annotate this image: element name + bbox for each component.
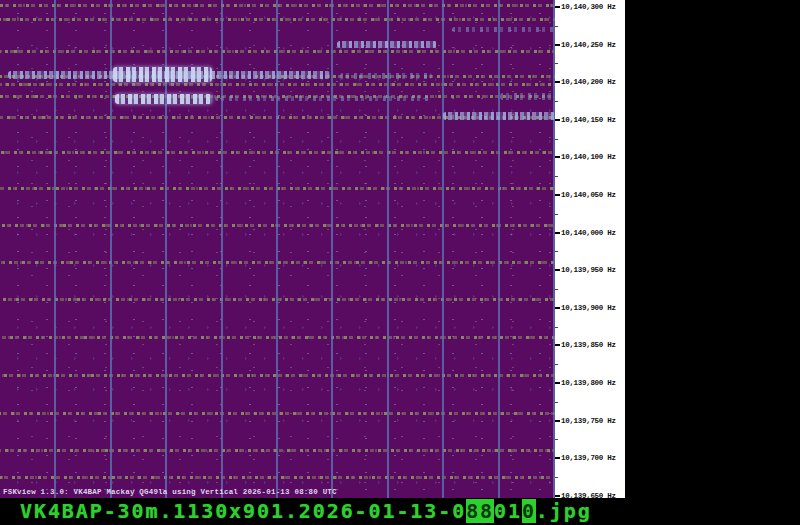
frequency-label: 10,139,750 Hz — [561, 417, 616, 425]
wspr-signal-blob — [500, 93, 555, 100]
frequency-label: 10,140,300 Hz — [561, 3, 616, 11]
frequency-label-row: 10,139,800 Hz — [555, 379, 616, 388]
filename-bar: VK4BAP-30m.1130x901.2026-01-13-088010.jp… — [20, 499, 592, 523]
frequency-label: 10,139,950 Hz — [561, 266, 616, 274]
frequency-label-row: 10,140,100 Hz — [555, 153, 616, 162]
time-gridline — [498, 0, 500, 498]
major-tick — [555, 44, 560, 46]
major-tick — [555, 119, 560, 121]
frequency-label-row: 10,139,750 Hz — [555, 416, 616, 425]
spectrogram: FSKview 1.3.0: VK4BAP Mackay QG49la usin… — [0, 0, 555, 498]
time-gridline — [442, 0, 444, 498]
major-tick — [555, 344, 560, 346]
major-tick — [555, 81, 560, 83]
frequency-label: 10,140,100 Hz — [561, 153, 616, 161]
time-gridline — [331, 0, 333, 498]
frequency-label-row: 10,139,850 Hz — [555, 341, 616, 350]
minor-tick — [555, 139, 558, 140]
frequency-label: 10,139,800 Hz — [561, 379, 616, 387]
frequency-axis: 10,140,300 Hz10,140,250 Hz10,140,200 Hz1… — [555, 0, 625, 498]
minor-tick — [555, 26, 558, 27]
minor-tick — [555, 63, 558, 64]
minor-tick — [555, 327, 558, 328]
frequency-label: 10,140,000 Hz — [561, 229, 616, 237]
frequency-label-row: 10,139,900 Hz — [555, 303, 616, 312]
major-tick — [555, 420, 560, 422]
minor-tick — [555, 402, 558, 403]
wspr-signal-blob — [337, 41, 437, 48]
frequency-label-row: 10,139,950 Hz — [555, 266, 616, 275]
wspr-signal-blob — [452, 27, 556, 32]
frequency-label: 10,140,200 Hz — [561, 78, 616, 86]
major-tick — [555, 194, 560, 196]
wspr-signal-blob — [215, 96, 430, 101]
filename-segment: VK4BAP-30m.1130x901.2026-01-13-0 — [20, 499, 466, 523]
filename-segment: 01 — [494, 499, 522, 523]
frequency-label: 10,140,150 Hz — [561, 116, 616, 124]
filename-segment: 0 — [522, 499, 536, 523]
frequency-label: 10,140,250 Hz — [561, 41, 616, 49]
frequency-label: 10,139,700 Hz — [561, 454, 616, 462]
filename-segment: .jpg — [536, 499, 592, 523]
minor-tick — [555, 477, 558, 478]
major-tick — [555, 269, 560, 271]
minor-tick — [555, 251, 558, 252]
major-tick — [555, 156, 560, 158]
wspr-signal-blob — [113, 67, 212, 82]
minor-tick — [555, 176, 558, 177]
frequency-label: 10,139,900 Hz — [561, 304, 616, 312]
minor-tick — [555, 289, 558, 290]
major-tick — [555, 495, 560, 497]
frequency-label-row: 10,140,250 Hz — [555, 40, 616, 49]
frequency-label-row: 10,140,200 Hz — [555, 78, 616, 87]
frequency-label-row: 10,140,050 Hz — [555, 191, 616, 200]
wspr-signal-blob — [115, 94, 212, 104]
status-bar-text: FSKview 1.3.0: VK4BAP Mackay QG49la usin… — [3, 488, 337, 496]
wspr-signal-blob — [340, 73, 432, 79]
minor-tick — [555, 214, 558, 215]
major-tick — [555, 382, 560, 384]
frequency-label-row: 10,140,150 Hz — [555, 115, 616, 124]
frequency-label-row: 10,140,300 Hz — [555, 3, 616, 12]
minor-tick — [555, 364, 558, 365]
frequency-label-row: 10,140,000 Hz — [555, 228, 616, 237]
major-tick — [555, 6, 560, 8]
major-tick — [555, 457, 560, 459]
major-tick — [555, 232, 560, 234]
fskview-screen: FSKview 1.3.0: VK4BAP Mackay QG49la usin… — [0, 0, 800, 525]
time-gridline — [553, 0, 555, 498]
minor-tick — [555, 101, 558, 102]
minor-tick — [555, 439, 558, 440]
filename-segment: 88 — [466, 499, 494, 523]
wspr-signal-blob — [443, 112, 556, 120]
frequency-label: 10,140,050 Hz — [561, 191, 616, 199]
frequency-label: 10,139,850 Hz — [561, 341, 616, 349]
frequency-label-row: 10,139,700 Hz — [555, 454, 616, 463]
major-tick — [555, 307, 560, 309]
